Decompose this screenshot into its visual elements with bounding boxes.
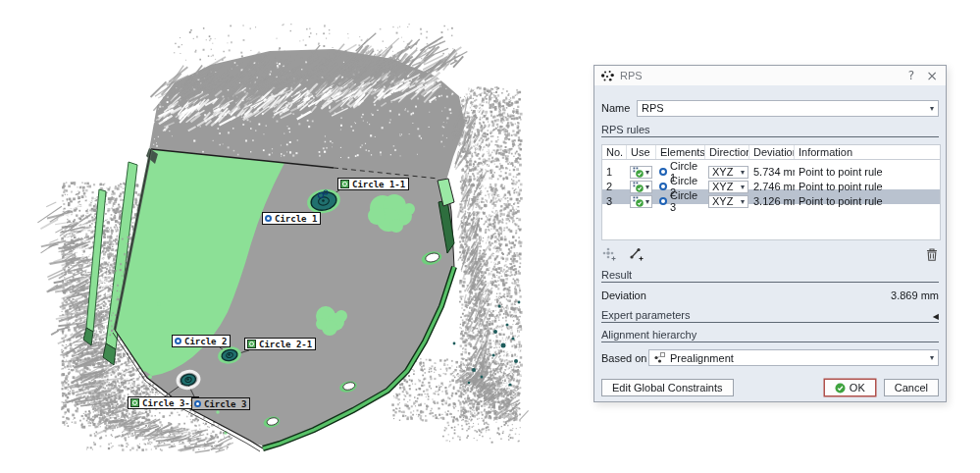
- name-label: Name: [601, 102, 637, 114]
- chevron-down-icon: ▾: [645, 183, 649, 191]
- rps-rules-table: No. Use Elements Direction Deviation Inf…: [601, 144, 941, 240]
- col-header-elements: Elements: [656, 145, 705, 159]
- element-label-text: Circle 3: [204, 399, 246, 409]
- element-label-text: Circle 2: [184, 337, 227, 346]
- delete-rule-button[interactable]: [925, 247, 939, 262]
- prealignment-icon: [653, 351, 666, 364]
- dialog-title: RPS: [620, 70, 899, 81]
- rps-icon: [600, 69, 615, 83]
- ok-button[interactable]: OK: [824, 379, 876, 396]
- chevron-down-icon: ▾: [741, 168, 745, 177]
- use-dropdown[interactable]: ▾: [630, 166, 652, 179]
- measured-circle-icon: [265, 215, 272, 222]
- cell-no: 1: [602, 166, 627, 178]
- element-label-circle-2[interactable]: Circle 2: [172, 335, 231, 347]
- table-header-row: No. Use Elements Direction Deviation Inf…: [602, 145, 940, 160]
- use-dropdown[interactable]: ▾: [630, 195, 652, 208]
- collapse-left-icon: ◀: [933, 312, 939, 321]
- chevron-down-icon: ▾: [645, 197, 649, 206]
- element-label-text: Circle 3-1: [142, 398, 195, 408]
- table-row[interactable]: 1 ▾ Circle 1 XYZ ▾ 5.734 mm Poin: [602, 160, 940, 175]
- direction-dropdown[interactable]: XYZ ▾: [708, 181, 748, 193]
- use-check-icon: [633, 196, 644, 207]
- element-label-text: Circle 1: [275, 214, 317, 224]
- cancel-button[interactable]: Cancel: [884, 379, 939, 396]
- col-header-information: Information: [795, 145, 940, 159]
- based-on-label: Based on: [601, 352, 648, 364]
- element-label-text: Circle 1-1: [352, 180, 405, 189]
- direction-dropdown[interactable]: XYZ ▾: [708, 195, 748, 208]
- based-on-row: Based on Prealignment ▾: [601, 348, 939, 367]
- element-label-circle-3-1[interactable]: Circle 3-1: [128, 396, 199, 409]
- name-value: RPS: [642, 102, 926, 114]
- cell-element: Circle 3: [656, 189, 705, 213]
- cell-information: Point to point rule: [795, 166, 940, 178]
- chevron-down-icon: ▾: [741, 197, 745, 206]
- col-header-deviation: Deviation: [749, 145, 795, 159]
- chevron-down-icon: ▾: [930, 104, 934, 113]
- element-label-text: Circle 2-1: [259, 340, 312, 349]
- cell-deviation: 2.746 mm: [749, 181, 795, 192]
- measured-circle-icon: [659, 197, 667, 205]
- element-label-circle-1-1[interactable]: Circle 1-1: [337, 178, 409, 190]
- 3d-scene-canvas[interactable]: [0, 0, 589, 473]
- nominal-circle-icon: [130, 398, 139, 407]
- table-toolbar: [601, 244, 939, 264]
- rps-dialog: RPS ? × Name RPS ▾ RPS rules No. Use Ele…: [593, 65, 947, 402]
- col-header-use: Use: [627, 145, 656, 159]
- add-rps-point-button[interactable]: [601, 246, 617, 262]
- nominal-circle-icon: [247, 340, 256, 348]
- col-header-direction: Direction: [705, 145, 749, 159]
- measured-circle-icon: [175, 338, 181, 344]
- rps-rules-section-header: RPS rules: [601, 122, 939, 137]
- use-dropdown[interactable]: ▾: [630, 181, 652, 193]
- application-window: Circle 1-1 Circle 1 Circle 2 Circle 2-1 …: [0, 0, 980, 473]
- alignment-hierarchy-section-header: Alignment hierarchy: [601, 327, 939, 342]
- use-check-icon: [633, 167, 644, 178]
- result-section-header: Result: [601, 267, 939, 283]
- col-header-no: No.: [602, 145, 627, 159]
- cell-information: Point to point rule: [795, 195, 940, 207]
- dialog-buttons-row: Edit Global Constraints OK Cancel: [601, 378, 939, 397]
- expert-parameters-toggle[interactable]: Expert parameters ◀: [601, 307, 939, 323]
- nominal-circle-icon: [340, 180, 349, 188]
- name-row: Name RPS ▾: [601, 99, 939, 117]
- based-on-value: Prealignment: [670, 352, 926, 364]
- deviation-label: Deviation: [601, 289, 646, 301]
- chevron-down-icon: ▾: [741, 183, 745, 191]
- 3d-viewport[interactable]: Circle 1-1 Circle 1 Circle 2 Circle 2-1 …: [0, 0, 589, 473]
- add-rule-button[interactable]: [629, 246, 645, 262]
- direction-dropdown[interactable]: XYZ ▾: [708, 166, 748, 179]
- chevron-down-icon: ▾: [645, 168, 649, 177]
- edit-global-constraints-button[interactable]: Edit Global Constraints: [601, 379, 734, 396]
- element-label-circle-2-1[interactable]: Circle 2-1: [244, 338, 316, 350]
- dialog-titlebar[interactable]: RPS ? ×: [594, 66, 946, 85]
- cell-deviation: 3.126 mm: [749, 195, 795, 207]
- deviation-row: Deviation 3.869 mm: [601, 289, 939, 302]
- name-combobox[interactable]: RPS ▾: [637, 100, 939, 117]
- element-label-circle-3[interactable]: Circle 3: [191, 397, 250, 410]
- chevron-down-icon: ▾: [930, 353, 934, 362]
- measured-circle-icon: [194, 400, 201, 407]
- element-label-circle-1[interactable]: Circle 1: [262, 212, 321, 225]
- cell-deviation: 5.734 mm: [749, 166, 795, 178]
- help-button[interactable]: ?: [903, 69, 919, 82]
- ok-check-icon: [835, 383, 846, 394]
- close-button[interactable]: ×: [924, 68, 940, 83]
- cell-information: Point to point rule: [795, 181, 940, 192]
- based-on-combobox[interactable]: Prealignment ▾: [648, 349, 939, 366]
- cell-no: 2: [602, 181, 627, 192]
- deviation-value: 3.869 mm: [891, 289, 939, 301]
- cell-no: 3: [602, 195, 627, 207]
- use-check-icon: [633, 182, 644, 192]
